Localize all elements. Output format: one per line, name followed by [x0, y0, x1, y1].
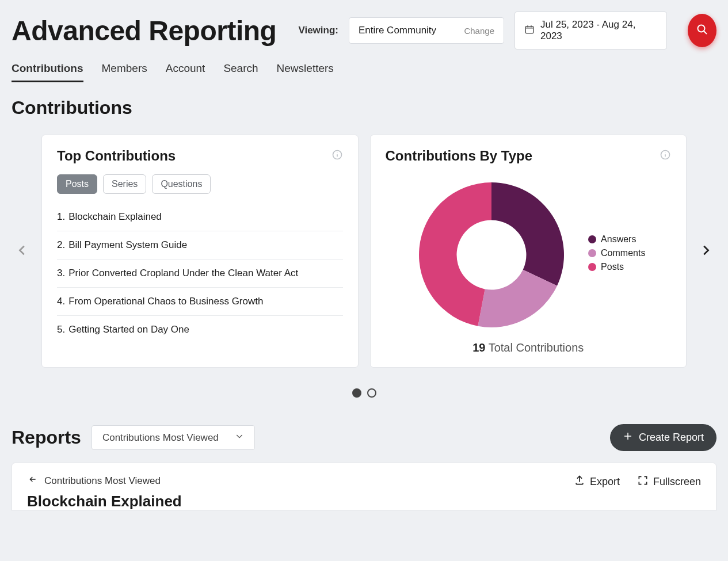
fullscreen-label: Fullscreen — [653, 476, 701, 488]
filter-pill-questions[interactable]: Questions — [152, 174, 211, 194]
tab-members[interactable]: Members — [102, 62, 147, 82]
info-icon[interactable] — [331, 149, 343, 163]
report-item-title: Blockchain Explained — [27, 493, 182, 510]
tab-contributions[interactable]: Contributions — [12, 62, 83, 82]
svg-rect-0 — [525, 26, 533, 33]
item-title: Bill Payment System Guide — [68, 239, 187, 251]
export-button[interactable]: Export — [574, 475, 620, 489]
page-title: Advanced Reporting — [12, 15, 276, 47]
search-icon — [695, 22, 709, 39]
export-label: Export — [590, 476, 620, 488]
donut-chart — [411, 174, 572, 335]
list-item[interactable]: 1.Blockchain Explained — [57, 203, 343, 231]
list-item[interactable]: 3.Prior Converted Cropland Under the Cle… — [57, 259, 343, 288]
carousel-pager — [12, 388, 716, 398]
tab-search[interactable]: Search — [223, 62, 258, 82]
legend-label: Answers — [601, 234, 636, 245]
legend-label: Comments — [601, 248, 645, 258]
list-item[interactable]: 4.From Operational Chaos to Business Gro… — [57, 288, 343, 316]
legend-swatch — [588, 235, 596, 243]
create-report-button[interactable]: Create Report — [610, 424, 716, 451]
total-label: Total Contributions — [489, 341, 584, 354]
tab-newsletters[interactable]: Newsletters — [277, 62, 334, 82]
list-item[interactable]: 2.Bill Payment System Guide — [57, 231, 343, 259]
top-contributions-card: Top Contributions PostsSeriesQuestions 1… — [41, 135, 359, 368]
list-item[interactable]: 5.Getting Started on Day One — [57, 316, 343, 344]
carousel-next-button[interactable] — [695, 234, 716, 269]
date-range-text: Jul 25, 2023 - Aug 24, 2023 — [540, 19, 657, 42]
chevron-right-icon — [699, 240, 712, 263]
item-index: 4. — [57, 296, 65, 307]
svg-point-1 — [697, 25, 704, 32]
reports-title: Reports — [12, 427, 81, 448]
chevron-left-icon — [16, 240, 29, 263]
report-panel: Contributions Most Viewed Blockchain Exp… — [12, 463, 716, 511]
item-index: 5. — [57, 324, 65, 335]
viewing-label: Viewing: — [298, 25, 338, 36]
item-title: Getting Started on Day One — [68, 324, 189, 335]
section-title: Contributions — [12, 97, 716, 119]
report-select[interactable]: Contributions Most Viewed — [92, 425, 255, 450]
search-button[interactable] — [688, 14, 716, 47]
item-index: 3. — [57, 268, 65, 279]
contributions-by-type-card: Contributions By Type AnswersCommentsPos… — [370, 135, 687, 368]
scope-value: Entire Community — [359, 25, 436, 36]
legend-item: Posts — [588, 262, 645, 272]
date-range-selector[interactable]: Jul 25, 2023 - Aug 24, 2023 — [514, 12, 667, 49]
filter-pill-posts[interactable]: Posts — [57, 174, 97, 194]
tab-account[interactable]: Account — [166, 62, 205, 82]
legend-label: Posts — [601, 262, 624, 272]
legend-item: Comments — [588, 248, 645, 258]
item-title: Prior Converted Cropland Under the Clean… — [68, 268, 298, 279]
fullscreen-icon — [637, 475, 649, 489]
total-count: 19 — [472, 341, 485, 354]
filter-pill-series[interactable]: Series — [103, 174, 146, 194]
donut-slice-answers — [491, 182, 564, 286]
card-title: Contributions By Type — [386, 148, 533, 164]
breadcrumb-label: Contributions Most Viewed — [44, 475, 161, 487]
info-icon[interactable] — [660, 149, 671, 163]
scope-change-link[interactable]: Change — [464, 26, 494, 36]
legend-swatch — [588, 263, 596, 271]
calendar-icon — [524, 24, 535, 37]
scope-selector[interactable]: Entire Community Change — [349, 17, 504, 44]
main-tabs: ContributionsMembersAccountSearchNewslet… — [12, 62, 716, 82]
item-title: From Operational Chaos to Business Growt… — [68, 296, 263, 307]
pager-dot[interactable] — [352, 388, 361, 398]
report-select-value: Contributions Most Viewed — [102, 432, 219, 444]
legend-item: Answers — [588, 234, 645, 245]
report-breadcrumb[interactable]: Contributions Most Viewed — [27, 475, 182, 487]
fullscreen-button[interactable]: Fullscreen — [637, 475, 701, 489]
item-index: 1. — [57, 211, 65, 223]
pager-dot[interactable] — [367, 388, 376, 398]
legend-swatch — [588, 249, 596, 257]
donut-slice-posts — [419, 182, 491, 326]
item-index: 2. — [57, 239, 65, 251]
export-icon — [574, 475, 585, 489]
plus-icon — [623, 431, 633, 444]
create-report-label: Create Report — [639, 432, 704, 444]
chevron-down-icon — [235, 432, 244, 444]
card-title: Top Contributions — [57, 148, 176, 164]
arrow-left-icon — [27, 475, 39, 487]
total-contributions-line: 19 Total Contributions — [386, 341, 672, 354]
carousel-prev-button[interactable] — [12, 234, 33, 269]
item-title: Blockchain Explained — [68, 211, 162, 223]
